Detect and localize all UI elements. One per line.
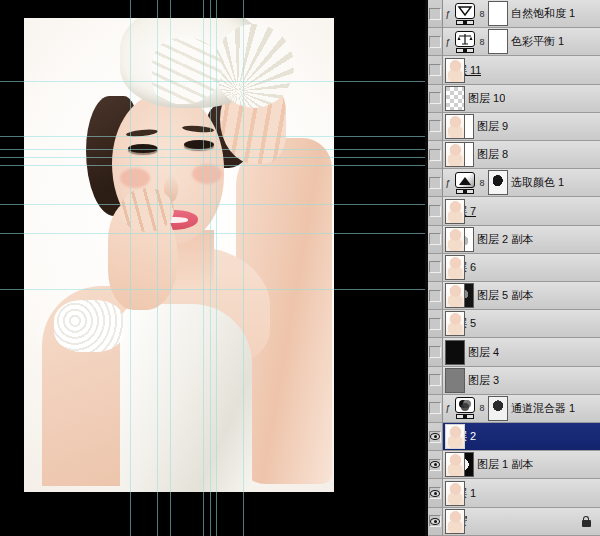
eye-icon: [430, 461, 440, 468]
visibility-checkbox[interactable]: [429, 205, 441, 217]
layer-row-13[interactable]: 图层 3: [425, 367, 600, 395]
layer-row-content[interactable]: ƒ8通道混合器 1: [443, 395, 600, 423]
layer-thumbnail[interactable]: [445, 58, 465, 83]
visibility-checkbox[interactable]: [429, 8, 441, 20]
layer-name: 自然饱和度 1: [511, 6, 575, 21]
layer-thumbnail[interactable]: [445, 481, 465, 506]
layer-thumbnail[interactable]: [445, 283, 465, 308]
layer-thumbnail[interactable]: [445, 311, 465, 336]
layer-thumbnail[interactable]: [445, 340, 465, 365]
visibility-checkbox[interactable]: [429, 261, 441, 273]
layer-row-16[interactable]: 8图层 1 副本: [425, 451, 600, 479]
layer-row-content[interactable]: 图层 10: [443, 85, 600, 113]
layer-thumbnail[interactable]: [445, 142, 465, 167]
layer-row-17[interactable]: 图层 1: [425, 479, 600, 507]
visibility-checkbox[interactable]: [429, 459, 441, 471]
layer-mask-thumbnail[interactable]: [488, 29, 508, 54]
visibility-checkbox[interactable]: [429, 64, 441, 76]
visibility-checkbox[interactable]: [429, 374, 441, 386]
layer-thumbnail[interactable]: [445, 509, 465, 534]
visibility-checkbox[interactable]: [429, 290, 441, 302]
layer-row-content[interactable]: ƒ8选取颜色 1: [443, 169, 600, 197]
layer-row-content[interactable]: 图层 5: [443, 310, 600, 338]
layer-row-5[interactable]: 8图层 8: [425, 141, 600, 169]
layer-row-content[interactable]: 图层 7: [443, 197, 600, 225]
layer-row-15[interactable]: 图层 2: [425, 423, 600, 451]
layer-name: 图层 4: [468, 345, 499, 360]
layer-thumbnail[interactable]: [445, 368, 465, 393]
layer-name: 图层 2 副本: [477, 232, 533, 247]
photo-canvas[interactable]: [24, 18, 334, 492]
vibrance-icon[interactable]: [454, 1, 476, 26]
layer-mask-thumbnail[interactable]: [488, 396, 508, 421]
adjustment-badge-icon: ƒ: [445, 37, 451, 47]
document-window[interactable]: [0, 0, 425, 536]
layer-row-8[interactable]: 8图层 2 副本: [425, 226, 600, 254]
layer-row-14[interactable]: ƒ8通道混合器 1: [425, 395, 600, 423]
layer-thumbnail[interactable]: [445, 114, 465, 139]
layer-thumbnail[interactable]: [445, 227, 465, 252]
layer-row-6[interactable]: ƒ8选取颜色 1: [425, 169, 600, 197]
mask-link-icon: 8: [479, 178, 485, 188]
layer-row-12[interactable]: 图层 4: [425, 338, 600, 366]
layer-name: 图层 1 副本: [477, 457, 533, 472]
layer-row-content[interactable]: 图层 11: [443, 56, 600, 84]
visibility-checkbox[interactable]: [429, 515, 441, 527]
selective-color-icon[interactable]: [454, 170, 476, 195]
layer-row-content[interactable]: 8图层 8: [443, 141, 600, 169]
layer-row-4[interactable]: 8图层 9: [425, 113, 600, 141]
layer-row-content[interactable]: 8图层 1 副本: [443, 451, 600, 479]
layer-mask-thumbnail[interactable]: [488, 1, 508, 26]
mask-link-icon: 8: [479, 9, 485, 19]
visibility-checkbox[interactable]: [429, 487, 441, 499]
layer-thumbnail[interactable]: [445, 199, 465, 224]
visibility-checkbox[interactable]: [429, 233, 441, 245]
layer-row-content[interactable]: ƒ8色彩平衡 1: [443, 28, 600, 56]
visibility-checkbox[interactable]: [429, 346, 441, 358]
layer-row-content[interactable]: ƒ8自然饱和度 1: [443, 0, 600, 28]
layer-name: 图层 8: [477, 147, 508, 162]
layers-panel: ƒ8自然饱和度 1ƒ8色彩平衡 1图层 11图层 108图层 98图层 8ƒ8选…: [425, 0, 600, 536]
layer-row-9[interactable]: 图层 6: [425, 254, 600, 282]
visibility-checkbox[interactable]: [429, 36, 441, 48]
layer-row-11[interactable]: 图层 5: [425, 310, 600, 338]
layer-row-content[interactable]: 图层 2: [443, 423, 600, 451]
visibility-checkbox[interactable]: [429, 120, 441, 132]
layer-row-content[interactable]: 图层 1: [443, 479, 600, 507]
layer-row-content[interactable]: 图层 6: [443, 254, 600, 282]
layer-thumbnail[interactable]: [445, 255, 465, 280]
layer-row-content[interactable]: 背景: [443, 508, 600, 536]
channel-mixer-icon[interactable]: [454, 396, 476, 421]
panel-edge: [425, 0, 428, 536]
photo-lace-strap: [54, 300, 124, 352]
visibility-checkbox[interactable]: [429, 92, 441, 104]
layer-row-0[interactable]: ƒ8自然饱和度 1: [425, 0, 600, 28]
layer-row-10[interactable]: 8图层 5 副本: [425, 282, 600, 310]
photo-white-dress: [120, 304, 252, 492]
color-balance-icon[interactable]: [454, 29, 476, 54]
layer-row-content[interactable]: 8图层 9: [443, 113, 600, 141]
layer-row-7[interactable]: 图层 7: [425, 197, 600, 225]
layer-thumbnail[interactable]: [445, 86, 465, 111]
visibility-checkbox[interactable]: [429, 318, 441, 330]
layer-mask-thumbnail[interactable]: [488, 170, 508, 195]
visibility-checkbox[interactable]: [429, 431, 441, 443]
layer-name: 图层 9: [477, 119, 508, 134]
visibility-checkbox[interactable]: [429, 402, 441, 414]
layer-thumbnail[interactable]: [445, 424, 465, 449]
layer-thumbnail[interactable]: [445, 452, 465, 477]
visibility-checkbox[interactable]: [429, 177, 441, 189]
layer-row-content[interactable]: 8图层 2 副本: [443, 226, 600, 254]
layer-row-content[interactable]: 图层 4: [443, 338, 600, 366]
mask-link-icon: 8: [479, 403, 485, 413]
adjustment-badge-icon: ƒ: [445, 178, 451, 188]
layer-row-18[interactable]: 背景: [425, 508, 600, 536]
layer-row-2[interactable]: 图层 11: [425, 56, 600, 84]
layer-row-3[interactable]: 图层 10: [425, 85, 600, 113]
mask-link-icon: 8: [479, 37, 485, 47]
layer-row-1[interactable]: ƒ8色彩平衡 1: [425, 28, 600, 56]
layer-row-content[interactable]: 图层 3: [443, 367, 600, 395]
photo-blush: [192, 164, 222, 184]
visibility-checkbox[interactable]: [429, 149, 441, 161]
layer-row-content[interactable]: 8图层 5 副本: [443, 282, 600, 310]
